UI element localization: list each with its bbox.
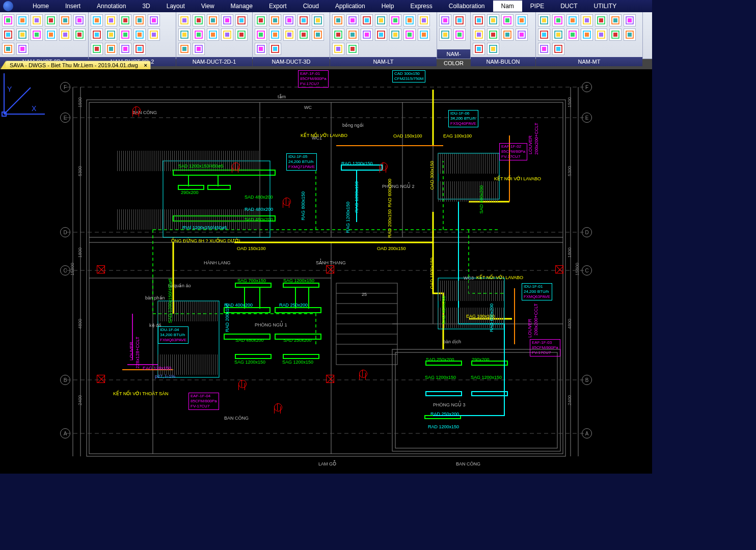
tool-button[interactable] — [361, 29, 373, 41]
tool-button[interactable] — [439, 29, 451, 41]
tool-button[interactable] — [552, 43, 564, 55]
tool-button[interactable] — [312, 29, 324, 41]
tool-button[interactable] — [283, 29, 295, 41]
tool-button[interactable] — [487, 29, 499, 41]
tool-button[interactable] — [501, 14, 514, 26]
tool-button[interactable] — [487, 43, 499, 55]
tool-button[interactable] — [439, 14, 451, 26]
tool-button[interactable] — [45, 14, 57, 26]
tool-button[interactable] — [332, 14, 344, 26]
tool-button[interactable] — [581, 29, 593, 41]
tool-button[interactable] — [538, 43, 550, 55]
tool-button[interactable] — [609, 14, 622, 26]
tool-button[interactable] — [552, 14, 564, 26]
tool-button[interactable] — [418, 29, 430, 41]
tool-button[interactable] — [269, 29, 281, 41]
menu-insert[interactable]: Insert — [57, 1, 89, 12]
tool-button[interactable] — [346, 43, 359, 55]
tool-button[interactable] — [298, 14, 310, 26]
menu-collaboration[interactable]: Collaboration — [441, 1, 493, 12]
menu-utility[interactable]: UTILITY — [586, 1, 625, 12]
tool-button[interactable] — [453, 14, 466, 26]
tool-button[interactable] — [31, 14, 43, 26]
file-tab[interactable]: SAVA - DWGS - Biet Thu Mr.Liem - 2019.04… — [5, 61, 151, 69]
tool-button[interactable] — [31, 29, 43, 41]
tool-button[interactable] — [566, 14, 579, 26]
menu-view[interactable]: View — [193, 1, 223, 12]
tool-button[interactable] — [119, 43, 131, 55]
tool-button[interactable] — [375, 14, 387, 26]
tool-button[interactable] — [16, 14, 29, 26]
tool-button[interactable] — [403, 29, 416, 41]
tool-button[interactable] — [193, 43, 205, 55]
tool-button[interactable] — [2, 14, 14, 26]
tool-button[interactable] — [105, 43, 117, 55]
tool-button[interactable] — [73, 29, 86, 41]
tool-button[interactable] — [269, 14, 281, 26]
tool-button[interactable] — [538, 29, 550, 41]
tool-button[interactable] — [105, 29, 117, 41]
tool-button[interactable] — [178, 29, 191, 41]
tool-button[interactable] — [119, 29, 131, 41]
app-logo-icon[interactable] — [3, 1, 13, 11]
tool-button[interactable] — [178, 43, 191, 55]
tool-button[interactable] — [361, 14, 373, 26]
tool-button[interactable] — [624, 14, 636, 26]
tool-button[interactable] — [178, 14, 191, 26]
tool-button[interactable] — [91, 43, 103, 55]
tool-button[interactable] — [473, 29, 485, 41]
tool-button[interactable] — [624, 29, 636, 41]
tool-button[interactable] — [221, 29, 233, 41]
tool-button[interactable] — [346, 29, 359, 41]
tool-button[interactable] — [193, 14, 205, 26]
tool-button[interactable] — [255, 43, 267, 55]
tool-button[interactable] — [389, 14, 401, 26]
tool-button[interactable] — [16, 29, 29, 41]
tool-button[interactable] — [2, 43, 14, 55]
tool-button[interactable] — [389, 29, 401, 41]
menu-duct[interactable]: DUCT — [552, 1, 585, 12]
tool-button[interactable] — [91, 14, 103, 26]
tool-button[interactable] — [235, 14, 248, 26]
menu-express[interactable]: Express — [402, 1, 440, 12]
menu-pipe[interactable]: PIPE — [522, 1, 552, 12]
tool-button[interactable] — [59, 14, 71, 26]
tool-button[interactable] — [255, 14, 267, 26]
menu-application[interactable]: Application — [327, 1, 373, 12]
menu-annotation[interactable]: Annotation — [89, 1, 134, 12]
tool-button[interactable] — [119, 14, 131, 26]
drawing-canvas[interactable]: A B C D E F A B C D E F 2400 4800 1800 5… — [0, 69, 652, 474]
tool-button[interactable] — [16, 43, 29, 55]
menu-nam[interactable]: Nam — [493, 1, 522, 12]
tool-button[interactable] — [221, 14, 233, 26]
tool-button[interactable] — [207, 14, 219, 26]
tool-button[interactable] — [133, 43, 146, 55]
tool-button[interactable] — [148, 14, 160, 26]
menu-manage[interactable]: Manage — [223, 1, 261, 12]
tool-button[interactable] — [418, 14, 430, 26]
tool-button[interactable] — [473, 14, 485, 26]
tool-button[interactable] — [235, 29, 248, 41]
tool-button[interactable] — [255, 29, 267, 41]
tool-button[interactable] — [283, 14, 295, 26]
tool-button[interactable] — [473, 43, 485, 55]
tool-button[interactable] — [375, 29, 387, 41]
menu-cloud[interactable]: Cloud — [295, 1, 327, 12]
tool-button[interactable] — [133, 29, 146, 41]
tool-button[interactable] — [487, 14, 499, 26]
tool-button[interactable] — [332, 43, 344, 55]
tool-button[interactable] — [516, 14, 528, 26]
tool-button[interactable] — [566, 29, 579, 41]
tool-button[interactable] — [312, 14, 324, 26]
tool-button[interactable] — [609, 29, 622, 41]
menu-3d[interactable]: 3D — [134, 1, 158, 12]
tool-button[interactable] — [403, 14, 416, 26]
tool-button[interactable] — [346, 14, 359, 26]
tool-button[interactable] — [552, 29, 564, 41]
tool-button[interactable] — [595, 14, 607, 26]
tool-button[interactable] — [105, 14, 117, 26]
tool-button[interactable] — [59, 29, 71, 41]
tool-button[interactable] — [45, 29, 57, 41]
tool-button[interactable] — [516, 29, 528, 41]
tool-button[interactable] — [2, 29, 14, 41]
